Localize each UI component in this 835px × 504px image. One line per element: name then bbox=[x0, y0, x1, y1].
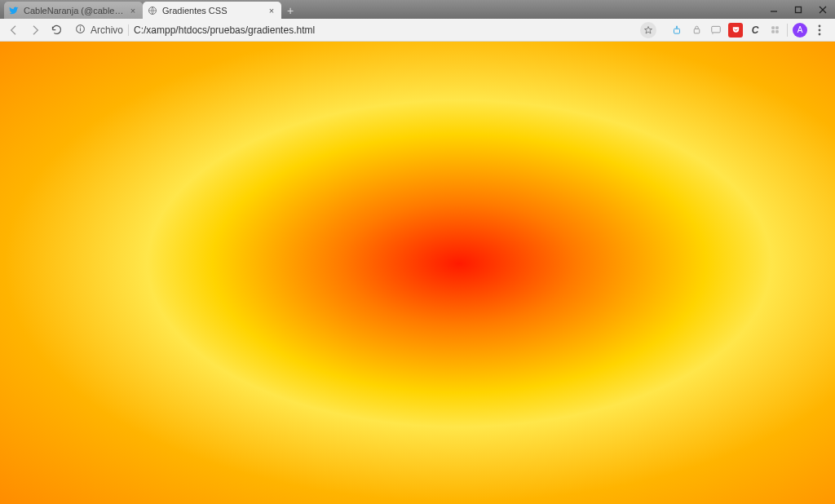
svg-point-11 bbox=[712, 33, 713, 33]
page-viewport bbox=[0, 42, 835, 504]
svg-rect-12 bbox=[771, 26, 775, 29]
kebab-menu-icon[interactable] bbox=[812, 23, 827, 38]
extension-grid-icon[interactable] bbox=[767, 23, 782, 38]
minimize-button[interactable] bbox=[762, 0, 786, 19]
tab-cablenaranja[interactable]: CableNaranja (@cablenaranja7) / × bbox=[4, 2, 143, 19]
tab-title: CableNaranja (@cablenaranja7) / bbox=[24, 6, 128, 15]
info-icon[interactable] bbox=[75, 23, 86, 38]
extension-icon[interactable] bbox=[669, 23, 684, 38]
svg-point-7 bbox=[80, 26, 81, 27]
back-button[interactable] bbox=[5, 21, 23, 39]
window-controls bbox=[762, 0, 835, 19]
reload-button[interactable] bbox=[47, 21, 65, 39]
window-titlebar: CableNaranja (@cablenaranja7) / × Gradie… bbox=[0, 0, 835, 19]
tab-gradientes[interactable]: Gradientes CSS × bbox=[143, 2, 281, 19]
forward-button[interactable] bbox=[26, 21, 44, 39]
close-icon[interactable]: × bbox=[128, 6, 138, 15]
pocket-icon[interactable] bbox=[728, 23, 743, 38]
tab-title: Gradientes CSS bbox=[162, 6, 267, 15]
separator bbox=[128, 24, 129, 36]
svg-rect-10 bbox=[712, 26, 721, 33]
extension-c-icon[interactable]: C bbox=[748, 23, 762, 38]
bookmark-star-icon[interactable] bbox=[640, 22, 656, 38]
svg-rect-13 bbox=[775, 26, 779, 29]
svg-rect-14 bbox=[771, 30, 775, 33]
svg-rect-8 bbox=[674, 29, 680, 33]
globe-icon bbox=[148, 6, 157, 15]
svg-rect-9 bbox=[694, 29, 700, 33]
toolbar: Archivo C:/xampp/htdocs/pruebas/gradient… bbox=[0, 19, 835, 42]
lock-icon[interactable] bbox=[689, 23, 704, 38]
new-tab-button[interactable]: + bbox=[281, 2, 299, 19]
profile-avatar[interactable]: A bbox=[793, 23, 807, 38]
close-icon[interactable]: × bbox=[267, 6, 276, 15]
tab-strip: CableNaranja (@cablenaranja7) / × Gradie… bbox=[0, 0, 299, 19]
extension-icons: C A bbox=[666, 23, 830, 38]
svg-point-16 bbox=[819, 24, 821, 27]
svg-rect-15 bbox=[775, 30, 779, 33]
maximize-button[interactable] bbox=[786, 0, 811, 19]
url-text: C:/xampp/htdocs/pruebas/gradientes.html bbox=[134, 24, 635, 36]
close-window-button[interactable] bbox=[811, 0, 835, 19]
svg-point-17 bbox=[819, 29, 821, 31]
cast-icon[interactable] bbox=[709, 23, 723, 38]
twitter-icon bbox=[9, 6, 19, 15]
separator bbox=[787, 24, 788, 37]
svg-rect-2 bbox=[796, 7, 802, 12]
svg-point-18 bbox=[819, 33, 821, 35]
address-bar[interactable]: Archivo C:/xampp/htdocs/pruebas/gradient… bbox=[68, 21, 663, 39]
file-scheme-label: Archivo bbox=[91, 24, 123, 36]
